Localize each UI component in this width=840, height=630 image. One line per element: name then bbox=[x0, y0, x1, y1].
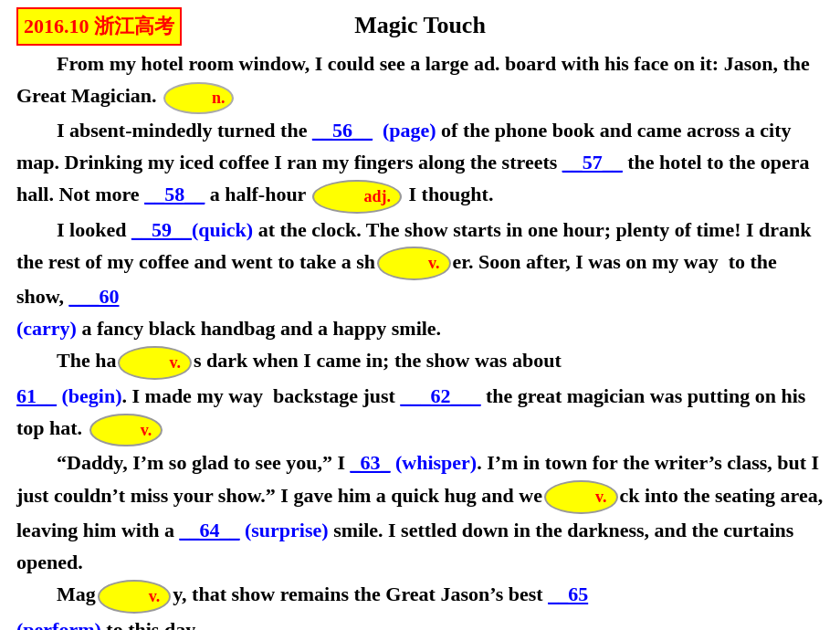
badge-adj: adj. bbox=[312, 180, 402, 214]
hint-59: (quick) bbox=[192, 218, 253, 241]
paragraph-4: The hav.s dark when I came in; the show … bbox=[16, 344, 824, 446]
badge-v1: v. bbox=[377, 247, 451, 280]
paragraph-6: Magv.y, that show remains the Great Jaso… bbox=[16, 578, 824, 630]
blank-57: __57__ bbox=[562, 151, 623, 173]
badge-v2: v. bbox=[118, 346, 192, 380]
hint-61: (begin) bbox=[62, 384, 122, 407]
blank-59: __59__ bbox=[131, 218, 192, 241]
exam-label: 2016.10 浙江高考 bbox=[16, 7, 182, 46]
hint-64: (surprise) bbox=[245, 519, 329, 541]
blank-56: __56__ bbox=[312, 119, 373, 142]
paragraph-3: I looked __59__(quick) at the clock. The… bbox=[16, 214, 824, 345]
paragraph-2: I absent-mindedly turned the __56__ (pag… bbox=[16, 114, 824, 214]
passage-body: From my hotel room window, I could see a… bbox=[16, 47, 824, 630]
hint-63: (whisper) bbox=[395, 451, 477, 474]
blank-62: ___62___ bbox=[400, 384, 480, 407]
badge-v4: v. bbox=[544, 480, 618, 514]
blank-58: __58__ bbox=[144, 183, 205, 205]
blank-65: __65 bbox=[548, 583, 588, 605]
hint-60-carry: (carry) a fancy black handbag and a happ… bbox=[16, 317, 441, 340]
hint-65: (perform) bbox=[16, 618, 101, 630]
blank-60: ___60 bbox=[68, 285, 119, 308]
paragraph-1: From my hotel room window, I could see a… bbox=[16, 47, 824, 114]
badge-n: n. bbox=[163, 82, 234, 114]
blank-64: __64__ bbox=[179, 519, 239, 541]
paragraph-5: “Daddy, I’m so glad to see you,” I _63_ … bbox=[16, 446, 824, 578]
badge-v5: v. bbox=[98, 580, 172, 614]
badge-v3: v. bbox=[89, 414, 163, 447]
hint-56: (page) bbox=[377, 119, 436, 142]
blank-63: _63_ bbox=[350, 451, 390, 474]
blank-61: 61__ bbox=[16, 384, 57, 407]
main-container: 2016.10 浙江高考 Magic Touch From my hotel r… bbox=[0, 0, 840, 630]
header-row: 2016.10 浙江高考 Magic Touch bbox=[16, 7, 824, 44]
